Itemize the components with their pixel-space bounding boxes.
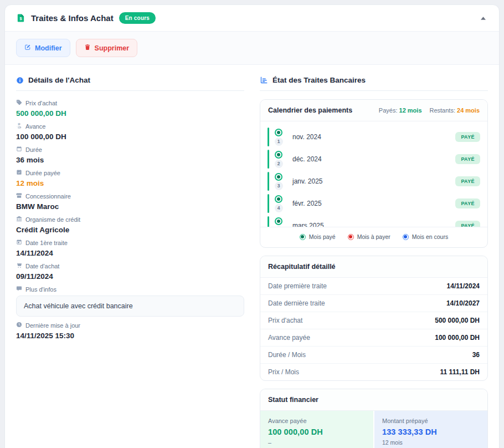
paid-radio-icon — [275, 217, 282, 225]
field-date-achat: Date d'achat 09/11/2024 — [16, 262, 244, 281]
payment-marker: 1 — [269, 129, 288, 146]
field-duree: Durée 36 mois — [16, 146, 244, 164]
payment-month: févr. 2025 — [292, 200, 322, 207]
section-title: Détails de l'Achat — [28, 76, 90, 84]
legend-item-due: Mois à payer — [348, 233, 390, 240]
field-derniere-mise-a-jour: Dernière mise à jour 14/11/2025 15:30 — [16, 322, 244, 340]
payment-number: 1 — [275, 138, 283, 146]
purchase-details-section: Détails de l'Achat Prix d'achat 500 000,… — [16, 76, 244, 448]
file-invoice-dollar-icon: $ — [16, 13, 25, 23]
paid-count-value: 12 mois — [399, 107, 422, 114]
recap-title: Récapitulatif détaillé — [268, 263, 336, 271]
chevron-up-icon — [481, 12, 486, 22]
recap-row: Avance payée 100 000,00 DH — [260, 329, 487, 347]
edit-button[interactable]: Modifier — [16, 39, 70, 57]
notes-box: Achat véhicule avec crédit bancaire — [16, 296, 244, 317]
field-label: Avance — [25, 123, 46, 130]
payment-number: 3 — [275, 182, 283, 190]
fin-cell-montant-prepaye: Montant prépayé 133 333,33 DH 12 mois — [374, 411, 487, 448]
tag-icon — [16, 99, 22, 106]
payment-status-badge: PAYÉ — [455, 132, 480, 142]
payment-marker: 4 — [269, 195, 288, 212]
chart-bars-icon — [260, 76, 268, 84]
field-value: 09/11/2024 — [16, 272, 244, 281]
payment-calendar-card: Calendrier des paiements Payés: 12 mois … — [260, 99, 488, 248]
traites-infos-achat-panel: $ Traites & Infos Achat En cours Modifie… — [4, 4, 500, 448]
field-duree-payee: Durée payée 12 mois — [16, 169, 244, 187]
payment-row: 5 mars 2025 PAYÉ — [268, 216, 480, 227]
payment-month: mars 2025 — [292, 222, 324, 227]
field-value: 14/11/2024 — [16, 249, 244, 257]
payment-marker: 5 — [269, 217, 288, 227]
panel-header: $ Traites & Infos Achat En cours — [5, 5, 499, 32]
legend-current-icon — [403, 234, 409, 240]
payment-row: 3 janv. 2025 PAYÉ — [268, 171, 480, 191]
paid-count-label: Payés: — [379, 107, 398, 114]
payment-row: 2 déc. 2024 PAYÉ — [268, 149, 480, 169]
calendar-title: Calendrier des paiements — [268, 106, 352, 114]
field-concessionnaire: Concessionnaire BMW Maroc — [16, 192, 244, 211]
remaining-count-value: 24 mois — [457, 107, 480, 114]
svg-text:$: $ — [20, 17, 22, 21]
calendar-legend: Mois payé Mois à payer Mois en cours — [260, 227, 487, 247]
calendar-icon — [16, 146, 22, 153]
field-label: Date d'achat — [25, 263, 59, 269]
pen-square-icon — [24, 44, 31, 52]
status-badge: En cours — [119, 12, 156, 24]
field-plus-infos: Plus d'infos Achat véhicule avec crédit … — [16, 286, 244, 317]
collapse-button[interactable] — [479, 14, 488, 22]
recap-row: Date dernière traite 14/10/2027 — [260, 295, 487, 312]
field-label: Plus d'infos — [25, 286, 56, 293]
field-prix-achat: Prix d'achat 500 000,00 DH — [16, 99, 244, 118]
legend-paid-icon — [300, 234, 306, 240]
hand-holding-dollar-icon: $ — [16, 123, 22, 130]
payment-number: 4 — [275, 204, 283, 212]
svg-text:$: $ — [19, 123, 20, 125]
paid-radio-icon — [275, 151, 282, 159]
payments-scroll-list[interactable]: 1 nov. 2024 PAYÉ 2 déc. 2024 PAYÉ — [260, 121, 487, 227]
paid-radio-icon — [275, 195, 282, 203]
payment-status-badge: PAYÉ — [455, 154, 480, 164]
purchase-details-header: Détails de l'Achat — [16, 76, 244, 91]
field-value: Crédit Agricole — [16, 226, 244, 234]
recap-row: Prix d'achat 500 000,00 DH — [260, 312, 487, 329]
field-date-premiere-traite: Date 1ère traite 14/11/2024 — [16, 239, 244, 257]
recap-row: Prix / Mois 11 111,11 DH — [260, 364, 487, 380]
payment-row: 1 nov. 2024 PAYÉ — [268, 127, 480, 147]
traites-status-section: État des Traites Bancaires Calendrier de… — [260, 76, 488, 448]
delete-button-label: Supprimer — [95, 44, 130, 52]
recap-row: Durée / Mois 36 — [260, 347, 487, 364]
payment-status-badge: PAYÉ — [455, 198, 480, 208]
payment-month: déc. 2024 — [292, 155, 322, 163]
payment-status-badge: PAYÉ — [455, 176, 480, 186]
recap-row: Date première traite 14/11/2024 — [260, 278, 487, 295]
paid-radio-icon — [275, 129, 282, 136]
delete-button[interactable]: Supprimer — [76, 39, 138, 57]
field-value: 100 000,00 DH — [16, 133, 244, 141]
bank-icon — [16, 216, 22, 223]
payment-number: 2 — [275, 160, 283, 168]
payment-month: nov. 2024 — [292, 133, 321, 141]
calendar-stats: Payés: 12 mois Restants: 24 mois — [379, 107, 480, 114]
calendar-check-icon — [16, 169, 22, 176]
payment-number: 5 — [275, 226, 283, 227]
field-label: Dernière mise à jour — [25, 322, 80, 329]
section-title: État des Traites Bancaires — [272, 76, 366, 84]
field-label: Date 1ère traite — [25, 240, 68, 246]
field-value: 12 mois — [16, 179, 244, 187]
remaining-count-label: Restants: — [430, 107, 455, 114]
field-value: 500 000,00 DH — [16, 109, 244, 118]
calendar-day-icon — [16, 239, 22, 246]
financial-status-card: Statut financier Avance payée 100 000,00… — [260, 389, 488, 448]
field-label: Organisme de crédit — [25, 216, 80, 223]
field-label: Concessionnaire — [25, 193, 71, 200]
field-avance: $ Avance 100 000,00 DH — [16, 123, 244, 141]
field-value: 36 mois — [16, 156, 244, 164]
cart-icon — [16, 262, 22, 269]
field-value: BMW Maroc — [16, 202, 244, 211]
trash-icon — [84, 44, 91, 52]
traites-status-header: État des Traites Bancaires — [260, 76, 488, 91]
payment-status-badge: PAYÉ — [455, 221, 480, 227]
legend-item-current: Mois en cours — [403, 233, 448, 240]
field-label: Durée — [25, 146, 42, 153]
